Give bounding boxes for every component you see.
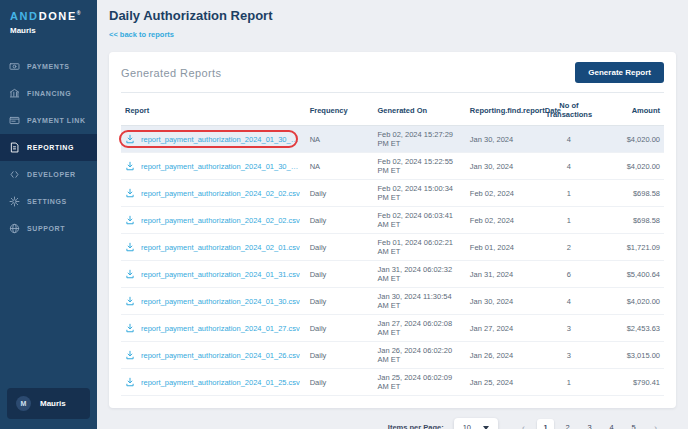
generated-on-cell: Jan 25, 2024 06:02:09 AM ET	[374, 369, 466, 396]
table-row[interactable]: report_payment_authorization_2024_01_30_…	[121, 126, 664, 153]
report-date-cell: Feb 02, 2024	[466, 180, 537, 207]
main-content: Daily Authorization Report << back to re…	[97, 0, 688, 429]
generated-on-cell: Feb 02, 2024 06:03:41 AM ET	[374, 207, 466, 234]
sidebar-item-label: PAYMENTS	[27, 63, 70, 70]
report-file-link[interactable]: report_payment_authorization_2024_02_01.…	[141, 243, 300, 252]
frequency-cell: Daily	[306, 288, 374, 315]
download-icon[interactable]	[125, 134, 135, 144]
payment-link-icon	[9, 115, 20, 126]
page-header: Daily Authorization Report << back to re…	[97, 0, 688, 41]
generate-report-button[interactable]: Generate Report	[575, 62, 664, 83]
report-file-link[interactable]: report_payment_authorization_2024_01_31.…	[141, 270, 300, 279]
amount-cell: $698.58	[602, 180, 664, 207]
generated-on-cell: Jan 27, 2024 06:02:08 AM ET	[374, 315, 466, 342]
table-row[interactable]: report_payment_authorization_2024_01_31.…	[121, 261, 664, 288]
page-button-2[interactable]: 2	[559, 419, 576, 429]
table-row[interactable]: report_payment_authorization_2024_01_26.…	[121, 342, 664, 369]
next-page-button[interactable]: ›	[647, 419, 664, 429]
page-button-4[interactable]: 4	[603, 419, 620, 429]
transactions-cell: 1	[536, 180, 601, 207]
frequency-cell: Daily	[306, 369, 374, 396]
report-file-link[interactable]: report_payment_authorization_2024_01_30_…	[141, 162, 302, 171]
table-row[interactable]: report_payment_authorization_2024_01_27.…	[121, 315, 664, 342]
sidebar-item-label: SUPPORT	[27, 225, 65, 232]
prev-page-button[interactable]: ‹	[515, 419, 532, 429]
table-row[interactable]: report_payment_authorization_2024_01_30_…	[121, 153, 664, 180]
report-file-link[interactable]: report_payment_authorization_2024_02_02.…	[141, 216, 300, 225]
sidebar-item-payments[interactable]: PAYMENTS	[0, 53, 97, 80]
amount-cell: $3,015.00	[602, 342, 664, 369]
user-name: Mauris	[40, 399, 66, 408]
support-icon	[9, 223, 20, 234]
amount-cell: $4,020.00	[602, 288, 664, 315]
items-per-page-value: 10	[463, 423, 471, 429]
download-icon[interactable]	[125, 215, 135, 225]
report-date-cell: Jan 30, 2024	[466, 126, 537, 153]
report-date-cell: Jan 31, 2024	[466, 261, 537, 288]
download-icon[interactable]	[125, 161, 135, 171]
items-per-page-select[interactable]: 10	[454, 418, 498, 429]
card-header: Generated Reports Generate Report	[121, 62, 664, 93]
reporting-icon	[9, 142, 20, 153]
report-date-cell: Feb 01, 2024	[466, 234, 537, 261]
sidebar-item-payment-link[interactable]: PAYMENT LINK	[0, 107, 97, 134]
table-row[interactable]: report_payment_authorization_2024_02_02.…	[121, 180, 664, 207]
report-file-link[interactable]: report_payment_authorization_2024_01_30.…	[141, 297, 300, 306]
col-header-report: Report	[121, 94, 306, 126]
table-row[interactable]: report_payment_authorization_2024_01_30.…	[121, 288, 664, 315]
frequency-cell: Daily	[306, 234, 374, 261]
report-file-link[interactable]: report_payment_authorization_2024_01_27.…	[141, 324, 300, 333]
page-button-1[interactable]: 1	[537, 419, 554, 429]
sidebar-item-support[interactable]: SUPPORT	[0, 215, 97, 242]
financing-icon	[9, 88, 20, 99]
report-file-link[interactable]: report_payment_authorization_2024_01_25.…	[141, 378, 300, 387]
download-icon[interactable]	[125, 350, 135, 360]
report-date-cell: Jan 27, 2024	[466, 315, 537, 342]
avatar: M	[16, 396, 31, 411]
transactions-cell: 4	[536, 288, 601, 315]
frequency-cell: NA	[306, 153, 374, 180]
download-icon[interactable]	[125, 188, 135, 198]
user-chip[interactable]: M Mauris	[7, 388, 90, 419]
amount-cell: $1,721.09	[602, 234, 664, 261]
sidebar-item-label: SETTINGS	[27, 198, 67, 205]
page-button-5[interactable]: 5	[625, 419, 642, 429]
download-icon[interactable]	[125, 323, 135, 333]
report-file-link[interactable]: report_payment_authorization_2024_01_26.…	[141, 351, 300, 360]
report-file-link[interactable]: report_payment_authorization_2024_02_02.…	[141, 189, 300, 198]
generated-on-cell: Feb 01, 2024 06:02:21 AM ET	[374, 234, 466, 261]
report-date-cell: Jan 30, 2024	[466, 288, 537, 315]
report-date-cell: Jan 26, 2024	[466, 342, 537, 369]
sidebar-item-label: DEVELOPER	[27, 171, 76, 178]
col-header-frequency: Frequency	[306, 94, 374, 126]
col-header-report-date: Reporting.find.reportDate	[466, 94, 537, 126]
sidebar-item-financing[interactable]: FINANCING	[0, 80, 97, 107]
sidebar-item-settings[interactable]: SETTINGS	[0, 188, 97, 215]
back-to-reports-link[interactable]: << back to reports	[109, 30, 174, 39]
page-button-3[interactable]: 3	[581, 419, 598, 429]
page-title: Daily Authorization Report	[109, 8, 676, 23]
pagination: Items per Page: 10 ‹ 1 2 3 4 5 ›	[97, 418, 664, 429]
report-file-link[interactable]: report_payment_authorization_2024_01_30_…	[141, 135, 302, 144]
card-title: Generated Reports	[121, 67, 221, 79]
amount-cell: $790.41	[602, 369, 664, 396]
table-row[interactable]: report_payment_authorization_2024_01_25.…	[121, 369, 664, 396]
table-row[interactable]: report_payment_authorization_2024_02_02.…	[121, 207, 664, 234]
transactions-cell: 1	[536, 369, 601, 396]
download-icon[interactable]	[125, 242, 135, 252]
col-header-amount: Amount	[602, 94, 664, 126]
sidebar-item-label: REPORTING	[27, 144, 74, 151]
transactions-cell: 4	[536, 126, 601, 153]
sidebar-item-reporting[interactable]: REPORTING	[0, 134, 97, 161]
amount-cell: $698.58	[602, 207, 664, 234]
frequency-cell: Daily	[306, 207, 374, 234]
download-icon[interactable]	[125, 377, 135, 387]
reports-table: Report Frequency Generated On Reporting.…	[121, 94, 664, 396]
app-window: ANDDONE® Mauris PAYMENTS FINANCING PAYM	[0, 0, 688, 429]
download-icon[interactable]	[125, 296, 135, 306]
transactions-cell: 6	[536, 261, 601, 288]
download-icon[interactable]	[125, 269, 135, 279]
sidebar-item-label: FINANCING	[27, 90, 71, 97]
sidebar-item-developer[interactable]: DEVELOPER	[0, 161, 97, 188]
table-row[interactable]: report_payment_authorization_2024_02_01.…	[121, 234, 664, 261]
